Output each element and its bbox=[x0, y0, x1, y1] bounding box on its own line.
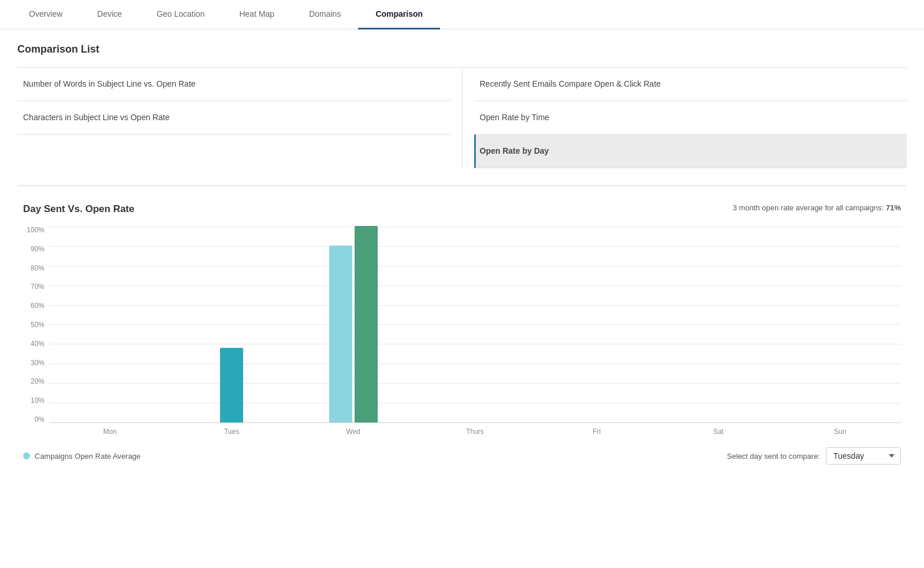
nav-geo-location[interactable]: Geo Location bbox=[139, 0, 222, 29]
y-label-100: 100% bbox=[23, 227, 49, 233]
day-col-fri bbox=[536, 227, 658, 422]
bar-wed-lightblue bbox=[329, 246, 352, 422]
chart-footer: Campaigns Open Rate Average Select day s… bbox=[23, 447, 901, 465]
list-item-open-rate-time[interactable]: Open Rate by Time bbox=[474, 101, 907, 135]
day-col-mon bbox=[49, 227, 171, 422]
comparison-list: Number of Words in Subject Line vs. Open… bbox=[17, 67, 907, 168]
list-item-chars-subject[interactable]: Characters in Subject Line vs Open Rate bbox=[17, 101, 450, 135]
legend-label: Campaigns Open Rate Average bbox=[35, 452, 140, 461]
nav-domains[interactable]: Domains bbox=[292, 0, 358, 29]
y-label-90: 90% bbox=[23, 246, 49, 253]
day-col-sat bbox=[658, 227, 780, 422]
comparison-col-left: Number of Words in Subject Line vs. Open… bbox=[17, 68, 463, 168]
chart-header: Day Sent Vs. Open Rate 3 month open rate… bbox=[23, 203, 901, 215]
y-label-30: 30% bbox=[23, 359, 49, 366]
chart-area: 0% 10% 20% 30% 40% 50% 60% 70% 80% 90% 1… bbox=[23, 227, 901, 423]
y-label-50: 50% bbox=[23, 321, 49, 328]
day-col-thurs bbox=[414, 227, 536, 422]
x-label-sun: Sun bbox=[779, 428, 901, 436]
bar-tues-teal bbox=[220, 348, 243, 422]
y-label-0: 0% bbox=[23, 416, 49, 423]
chart-subtitle-value: 71% bbox=[886, 203, 901, 212]
select-label: Select day sent to compare: bbox=[727, 452, 820, 461]
y-label-70: 70% bbox=[23, 283, 49, 290]
nav-comparison[interactable]: Comparison bbox=[358, 0, 440, 29]
y-label-10: 10% bbox=[23, 397, 49, 404]
section-title: Comparison List bbox=[17, 43, 907, 55]
y-label-40: 40% bbox=[23, 340, 49, 347]
nav-heat-map[interactable]: Heat Map bbox=[222, 0, 292, 29]
legend-dot bbox=[23, 452, 30, 459]
y-label-80: 80% bbox=[23, 265, 49, 272]
chart-title: Day Sent Vs. Open Rate bbox=[23, 203, 135, 215]
x-label-tues: Tues bbox=[171, 428, 293, 436]
x-label-wed: Wed bbox=[292, 428, 414, 436]
nav-overview[interactable]: Overview bbox=[12, 0, 80, 29]
day-select[interactable]: Monday Tuesday Wednesday Thursday Friday… bbox=[826, 447, 901, 465]
y-axis: 0% 10% 20% 30% 40% 50% 60% 70% 80% 90% 1… bbox=[23, 227, 49, 423]
nav-device[interactable]: Device bbox=[80, 0, 139, 29]
day-col-wed bbox=[292, 227, 414, 422]
x-axis: Mon Tues Wed Thurs Fri Sat Sun bbox=[49, 428, 901, 436]
y-label-60: 60% bbox=[23, 302, 49, 309]
x-label-sat: Sat bbox=[658, 428, 780, 436]
x-label-mon: Mon bbox=[49, 428, 171, 436]
list-item-recently-sent[interactable]: Recently Sent Emails Compare Open & Clic… bbox=[474, 68, 907, 101]
days-container bbox=[49, 227, 901, 422]
bar-wed-green bbox=[355, 226, 378, 422]
chart-subtitle: 3 month open rate average for all campai… bbox=[733, 203, 901, 212]
list-item-open-rate-day[interactable]: Open Rate by Day bbox=[474, 135, 907, 168]
bar-chart-container: 0% 10% 20% 30% 40% 50% 60% 70% 80% 90% 1… bbox=[23, 227, 901, 436]
top-navigation: Overview Device Geo Location Heat Map Do… bbox=[0, 0, 924, 29]
main-content: Comparison List Number of Words in Subje… bbox=[0, 29, 924, 478]
x-label-fri: Fri bbox=[536, 428, 658, 436]
day-col-tues bbox=[171, 227, 293, 422]
select-container: Select day sent to compare: Monday Tuesd… bbox=[727, 447, 901, 465]
day-col-sun bbox=[779, 227, 901, 422]
comparison-col-right: Recently Sent Emails Compare Open & Clic… bbox=[463, 68, 907, 168]
chart-plot bbox=[49, 227, 901, 423]
y-label-20: 20% bbox=[23, 378, 49, 385]
x-label-thurs: Thurs bbox=[414, 428, 536, 436]
chart-legend: Campaigns Open Rate Average bbox=[23, 452, 140, 461]
list-item-words-subject[interactable]: Number of Words in Subject Line vs. Open… bbox=[17, 68, 450, 101]
section-divider bbox=[17, 185, 907, 186]
chart-section: Day Sent Vs. Open Rate 3 month open rate… bbox=[17, 203, 907, 465]
